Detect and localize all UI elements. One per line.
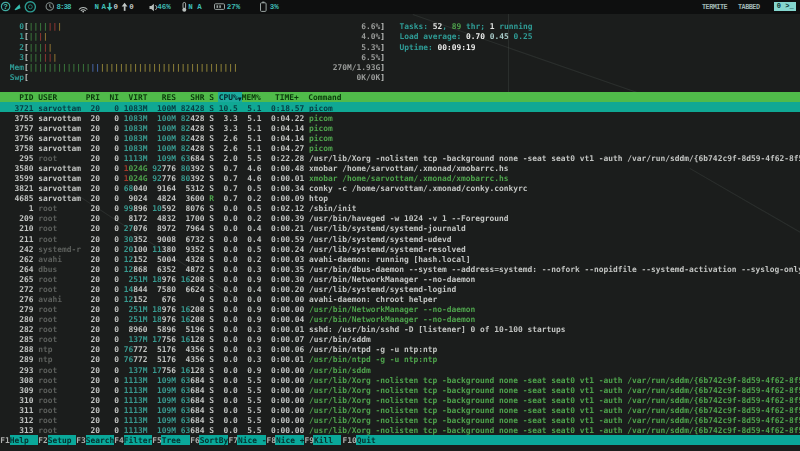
svg-text:?: ? [3, 2, 8, 11]
